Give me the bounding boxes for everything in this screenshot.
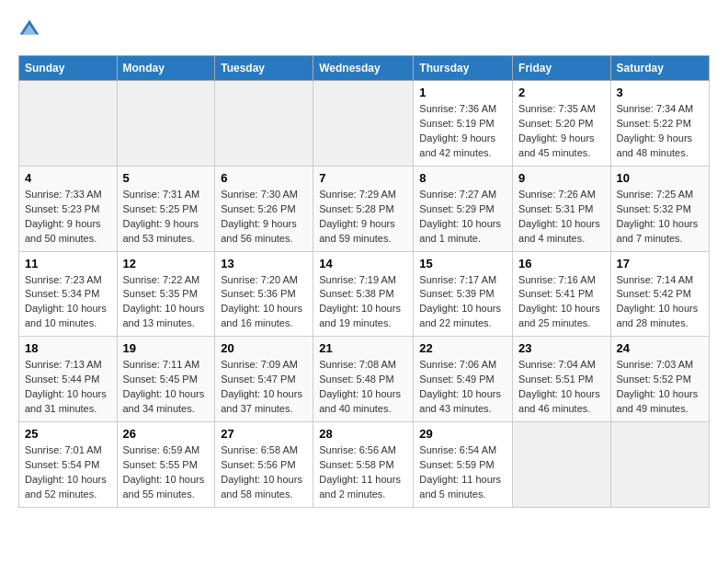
day-cell: 2Sunrise: 7:35 AMSunset: 5:20 PMDaylight… [513,81,610,167]
day-info: Sunrise: 7:20 AMSunset: 5:36 PMDaylight:… [221,273,307,332]
logo-icon [18,18,40,40]
day-info: Sunrise: 7:17 AMSunset: 5:39 PMDaylight:… [419,273,506,332]
day-cell: 14Sunrise: 7:19 AMSunset: 5:38 PMDayligh… [313,251,414,337]
day-header-saturday: Saturday [610,56,709,81]
day-number: 26 [123,427,210,441]
day-cell: 10Sunrise: 7:25 AMSunset: 5:32 PMDayligh… [610,166,709,251]
week-row: 1Sunrise: 7:36 AMSunset: 5:19 PMDaylight… [19,81,710,167]
day-info: Sunrise: 7:04 AMSunset: 5:51 PMDaylight:… [518,358,604,417]
day-info: Sunrise: 7:35 AMSunset: 5:20 PMDaylight:… [518,102,604,161]
day-number: 16 [518,257,604,270]
day-cell: 13Sunrise: 7:20 AMSunset: 5:36 PMDayligh… [215,251,313,337]
day-info: Sunrise: 7:03 AMSunset: 5:52 PMDaylight:… [617,358,703,417]
day-header-friday: Friday [513,56,610,81]
day-number: 23 [518,341,604,355]
day-header-tuesday: Tuesday [215,56,313,81]
day-cell: 7Sunrise: 7:29 AMSunset: 5:28 PMDaylight… [313,166,414,251]
day-cell: 25Sunrise: 7:01 AMSunset: 5:54 PMDayligh… [19,422,118,508]
day-cell: 24Sunrise: 7:03 AMSunset: 5:52 PMDayligh… [610,337,709,422]
day-info: Sunrise: 7:16 AMSunset: 5:41 PMDaylight:… [518,273,604,332]
day-number: 5 [123,171,210,185]
day-cell: 21Sunrise: 7:08 AMSunset: 5:48 PMDayligh… [313,337,414,422]
week-row: 11Sunrise: 7:23 AMSunset: 5:34 PMDayligh… [19,251,710,337]
day-number: 7 [319,171,407,185]
day-cell: 5Sunrise: 7:31 AMSunset: 5:25 PMDaylight… [117,166,215,251]
week-row: 18Sunrise: 7:13 AMSunset: 5:44 PMDayligh… [19,337,710,422]
day-cell: 11Sunrise: 7:23 AMSunset: 5:34 PMDayligh… [19,251,118,337]
day-number: 18 [25,341,111,355]
day-cell: 20Sunrise: 7:09 AMSunset: 5:47 PMDayligh… [215,337,313,422]
day-number: 14 [319,257,407,270]
day-cell [513,422,610,508]
day-cell [610,422,709,508]
day-info: Sunrise: 7:30 AMSunset: 5:26 PMDaylight:… [221,188,307,247]
day-cell: 15Sunrise: 7:17 AMSunset: 5:39 PMDayligh… [414,251,513,337]
day-number: 13 [221,257,307,270]
day-cell: 26Sunrise: 6:59 AMSunset: 5:55 PMDayligh… [117,422,215,508]
day-info: Sunrise: 7:31 AMSunset: 5:25 PMDaylight:… [123,188,210,247]
week-row: 4Sunrise: 7:33 AMSunset: 5:23 PMDaylight… [19,166,710,251]
page-header [18,18,710,40]
day-info: Sunrise: 7:19 AMSunset: 5:38 PMDaylight:… [319,273,407,332]
day-cell [117,81,215,167]
header-row: SundayMondayTuesdayWednesdayThursdayFrid… [19,56,710,81]
day-number: 10 [617,171,703,185]
day-cell [19,81,118,167]
day-number: 28 [319,427,407,441]
day-info: Sunrise: 7:36 AMSunset: 5:19 PMDaylight:… [419,102,506,161]
day-cell: 19Sunrise: 7:11 AMSunset: 5:45 PMDayligh… [117,337,215,422]
day-info: Sunrise: 7:14 AMSunset: 5:42 PMDaylight:… [617,273,703,332]
day-cell: 28Sunrise: 6:56 AMSunset: 5:58 PMDayligh… [313,422,414,508]
day-header-wednesday: Wednesday [313,56,414,81]
day-number: 25 [25,427,111,441]
day-header-monday: Monday [117,56,215,81]
day-number: 4 [25,171,111,185]
day-number: 27 [221,427,307,441]
day-info: Sunrise: 7:25 AMSunset: 5:32 PMDaylight:… [617,188,703,247]
day-info: Sunrise: 7:13 AMSunset: 5:44 PMDaylight:… [25,358,111,417]
day-info: Sunrise: 7:26 AMSunset: 5:31 PMDaylight:… [518,188,604,247]
day-info: Sunrise: 7:08 AMSunset: 5:48 PMDaylight:… [319,358,407,417]
day-number: 21 [319,341,407,355]
day-cell: 4Sunrise: 7:33 AMSunset: 5:23 PMDaylight… [19,166,118,251]
day-info: Sunrise: 6:56 AMSunset: 5:58 PMDaylight:… [319,443,407,502]
day-cell: 17Sunrise: 7:14 AMSunset: 5:42 PMDayligh… [610,251,709,337]
day-number: 3 [617,86,703,99]
calendar-table: SundayMondayTuesdayWednesdayThursdayFrid… [18,55,710,508]
day-number: 17 [617,257,703,270]
day-info: Sunrise: 7:33 AMSunset: 5:23 PMDaylight:… [25,188,111,247]
day-number: 24 [617,341,703,355]
day-info: Sunrise: 7:06 AMSunset: 5:49 PMDaylight:… [419,358,506,417]
day-cell: 18Sunrise: 7:13 AMSunset: 5:44 PMDayligh… [19,337,118,422]
day-cell [313,81,414,167]
day-header-sunday: Sunday [19,56,118,81]
week-row: 25Sunrise: 7:01 AMSunset: 5:54 PMDayligh… [19,422,710,508]
day-cell: 6Sunrise: 7:30 AMSunset: 5:26 PMDaylight… [215,166,313,251]
day-number: 15 [419,257,506,270]
day-number: 20 [221,341,307,355]
day-cell: 3Sunrise: 7:34 AMSunset: 5:22 PMDaylight… [610,81,709,167]
day-info: Sunrise: 7:23 AMSunset: 5:34 PMDaylight:… [25,273,111,332]
day-info: Sunrise: 6:58 AMSunset: 5:56 PMDaylight:… [221,443,307,502]
day-number: 29 [419,427,506,441]
day-info: Sunrise: 7:29 AMSunset: 5:28 PMDaylight:… [319,188,407,247]
day-cell: 9Sunrise: 7:26 AMSunset: 5:31 PMDaylight… [513,166,610,251]
day-cell: 27Sunrise: 6:58 AMSunset: 5:56 PMDayligh… [215,422,313,508]
day-info: Sunrise: 6:59 AMSunset: 5:55 PMDaylight:… [123,443,210,502]
day-number: 8 [419,171,506,185]
day-number: 2 [518,86,604,99]
day-cell: 23Sunrise: 7:04 AMSunset: 5:51 PMDayligh… [513,337,610,422]
day-number: 22 [419,341,506,355]
day-header-thursday: Thursday [414,56,513,81]
day-number: 9 [518,171,604,185]
logo [18,18,44,40]
day-cell: 16Sunrise: 7:16 AMSunset: 5:41 PMDayligh… [513,251,610,337]
day-cell: 1Sunrise: 7:36 AMSunset: 5:19 PMDaylight… [414,81,513,167]
day-cell: 22Sunrise: 7:06 AMSunset: 5:49 PMDayligh… [414,337,513,422]
day-info: Sunrise: 7:27 AMSunset: 5:29 PMDaylight:… [419,188,506,247]
day-info: Sunrise: 7:11 AMSunset: 5:45 PMDaylight:… [123,358,210,417]
day-info: Sunrise: 7:09 AMSunset: 5:47 PMDaylight:… [221,358,307,417]
day-cell: 12Sunrise: 7:22 AMSunset: 5:35 PMDayligh… [117,251,215,337]
day-info: Sunrise: 7:22 AMSunset: 5:35 PMDaylight:… [123,273,210,332]
day-info: Sunrise: 7:01 AMSunset: 5:54 PMDaylight:… [25,443,111,502]
